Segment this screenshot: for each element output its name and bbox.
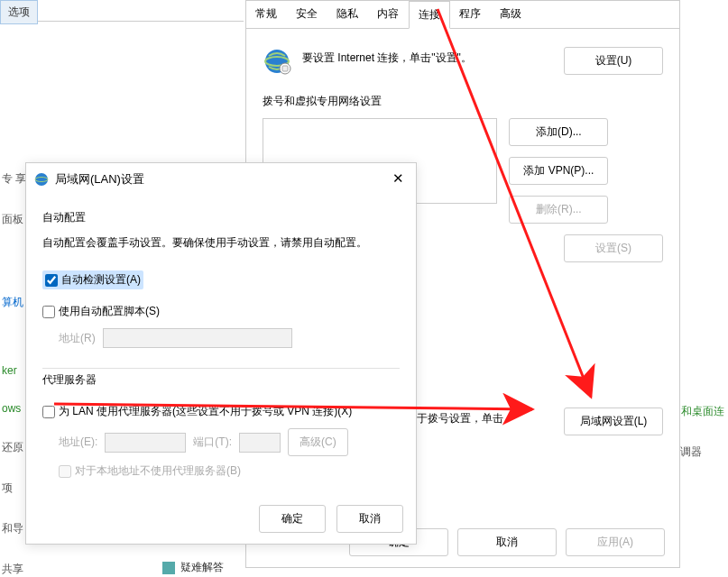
lan-cancel-button[interactable]: 取消 — [336, 505, 403, 533]
proxy-advanced-button: 高级(C) — [288, 428, 348, 456]
use-script-checkbox[interactable] — [42, 306, 55, 318]
bg-tab: 选项 — [0, 0, 38, 24]
bg-side-item: 和导 — [2, 521, 26, 536]
outer-cancel-button[interactable]: 取消 — [457, 528, 557, 556]
svg-rect-3 — [282, 66, 288, 71]
tab-programs[interactable]: 程序 — [450, 1, 491, 28]
bg-side-item: 面板 — [2, 212, 26, 227]
lan-ok-button[interactable]: 确定 — [259, 505, 326, 533]
dial-settings-button: 设置(S) — [564, 234, 663, 262]
auto-detect-label: 自动检测设置(A) — [61, 272, 141, 288]
proxy-use-checkbox[interactable] — [42, 406, 55, 418]
tab-content[interactable]: 内容 — [368, 1, 409, 28]
tab-advanced[interactable]: 高级 — [491, 1, 531, 28]
lan-settings-button[interactable]: 局域网设置(L) — [564, 408, 663, 435]
script-addr-input — [103, 328, 292, 348]
proxy-group-label: 代理服务器 — [42, 368, 400, 391]
globe-icon — [263, 47, 291, 76]
bg-side-item: ows — [2, 402, 26, 415]
tab-security[interactable]: 安全 — [287, 1, 327, 28]
bg-side-item: 共享 — [2, 562, 26, 577]
bg-side-item: 算机 — [2, 295, 26, 310]
dial-section-title: 拨号和虚拟专用网络设置 — [263, 94, 663, 109]
bg-side-item: ker — [2, 364, 26, 377]
tab-connections[interactable]: 连接 — [409, 1, 450, 29]
auto-group-label: 自动配置 — [42, 206, 400, 229]
bg-side-item: 专 享 — [2, 171, 26, 187]
remove-button: 删除(R)... — [509, 196, 608, 224]
proxy-port-input — [239, 433, 281, 453]
bypass-checkbox — [59, 465, 71, 478]
proxy-use-label: 为 LAN 使用代理服务器(这些设置不用于拨号或 VPN 连接)(X) — [59, 404, 352, 419]
bg-bottom-text: 疑难解答 — [180, 560, 224, 575]
auto-hint: 自动配置会覆盖手动设置。要确保使用手动设置，请禁用自动配置。 — [42, 234, 400, 251]
lan-titlebar: 局域网(LAN)设置 ✕ — [26, 163, 416, 196]
proxy-port-label: 端口(T): — [193, 435, 232, 450]
bg-bottom-link[interactable]: 疑难解答 — [162, 560, 224, 575]
use-script-label: 使用自动配置脚本(S) — [59, 304, 160, 319]
bg-side-item: 还原 — [2, 440, 26, 455]
background-sidebar-left: 专 享 面板 算机 ker ows 还原 项 和导 共享 — [0, 171, 28, 577]
setup-button[interactable]: 设置(U) — [564, 47, 663, 75]
add-button[interactable]: 添加(D)... — [509, 118, 608, 146]
proxy-addr-input — [105, 433, 186, 453]
background-tab-strip: 选项 — [0, 0, 244, 22]
svg-point-4 — [35, 173, 48, 186]
tabs: 常规 安全 隐私 内容 连接 程序 高级 — [246, 1, 679, 29]
bg-side-item: 项 — [2, 481, 26, 496]
tab-general[interactable]: 常规 — [246, 1, 287, 28]
outer-apply-button: 应用(A) — [566, 528, 665, 556]
close-icon[interactable]: ✕ — [387, 169, 409, 190]
bypass-label: 对于本地地址不使用代理服务器(B) — [75, 463, 241, 479]
troubleshoot-icon — [162, 562, 175, 574]
use-script-row[interactable]: 使用自动配置脚本(S) — [42, 304, 400, 319]
bypass-row: 对于本地地址不使用代理服务器(B) — [59, 463, 400, 479]
lan-settings-dialog: 局域网(LAN)设置 ✕ 自动配置 自动配置会覆盖手动设置。要确保使用手动设置，… — [25, 162, 417, 545]
lan-title-text: 局域网(LAN)设置 — [55, 171, 387, 188]
auto-detect-row[interactable]: 自动检测设置(A) — [42, 270, 143, 289]
proxy-use-row[interactable]: 为 LAN 使用代理服务器(这些设置不用于拨号或 VPN 连接)(X) — [42, 404, 400, 419]
tab-privacy[interactable]: 隐私 — [327, 1, 368, 28]
intro-text: 要设置 Internet 连接，单击"设置"。 — [302, 47, 553, 66]
add-vpn-button[interactable]: 添加 VPN(P)... — [509, 157, 608, 185]
proxy-addr-label: 地址(E): — [59, 435, 97, 450]
auto-detect-checkbox[interactable] — [45, 274, 58, 287]
globe-small-icon — [33, 171, 50, 188]
script-addr-label: 地址(R) — [59, 331, 96, 346]
